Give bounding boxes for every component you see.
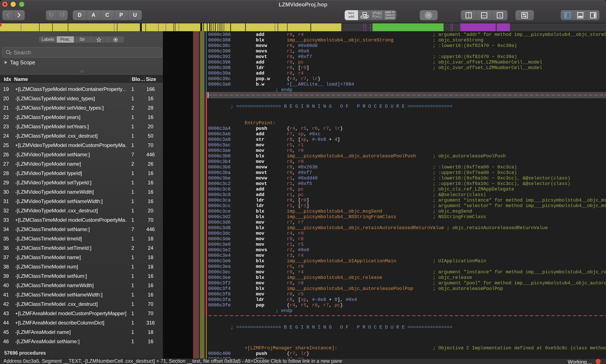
svg-text:1: 1 (499, 13, 501, 18)
